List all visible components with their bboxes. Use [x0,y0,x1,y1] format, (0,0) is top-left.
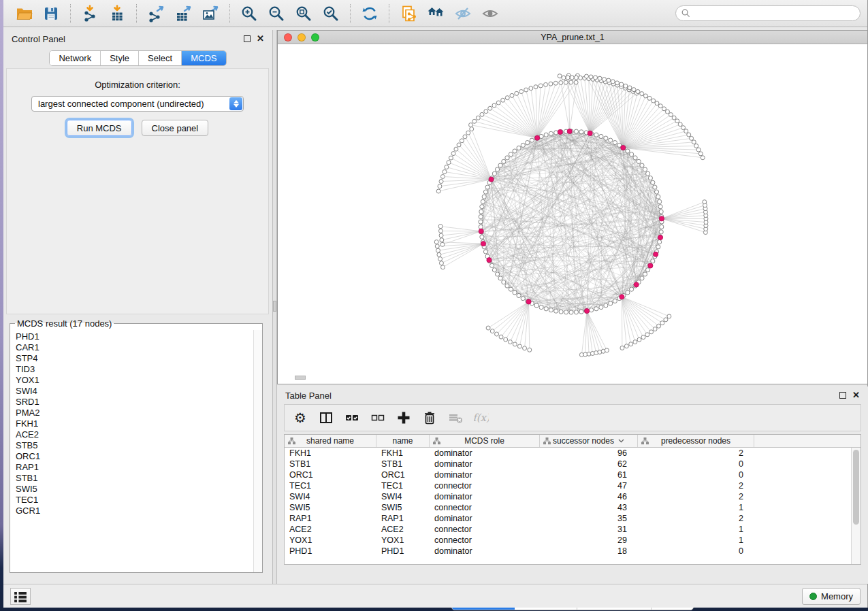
run-mcds-button[interactable]: Run MCDS [67,120,132,136]
zoom-selected-button[interactable] [317,2,344,25]
mcds-result-item[interactable]: PMA2 [16,408,253,418]
table-cell[interactable]: 0 [638,546,754,557]
import-network-button[interactable] [76,2,103,25]
table-cell[interactable]: connector [430,502,540,513]
table-cell[interactable]: 46 [540,491,638,502]
mcds-result-item[interactable]: SRD1 [16,397,253,408]
table-cell[interactable]: SWI5 [285,502,376,513]
table-cell[interactable]: ACE2 [285,524,376,535]
table-cell[interactable]: PHD1 [376,546,430,557]
tab-network[interactable]: Network [50,51,101,65]
table-cell[interactable]: 61 [540,469,638,480]
table-cell[interactable]: 2 [638,513,754,524]
column-header-shared-name[interactable]: shared name [285,435,376,447]
table-cell[interactable]: 43 [540,502,638,513]
zoom-out-button[interactable] [263,2,290,25]
clone-network-button[interactable] [395,2,422,25]
table-cell[interactable]: ORC1 [285,469,376,480]
mcds-result-item[interactable]: PHD1 [16,331,253,342]
network-canvas[interactable] [278,44,867,384]
mcds-result-item[interactable]: SWI4 [16,386,253,397]
open-file-button[interactable] [10,2,37,25]
table-cell[interactable]: 0 [638,469,754,480]
select-all-button[interactable] [340,407,364,429]
table-cell[interactable]: SWI4 [285,491,376,502]
table-cell[interactable]: FKH1 [285,448,376,459]
horizontal-splitter-handle[interactable] [295,376,306,380]
table-cell[interactable]: RAP1 [285,513,376,524]
table-scrollbar[interactable] [851,448,861,564]
vertical-splitter[interactable] [272,30,277,584]
deselect-all-button[interactable] [366,407,389,429]
table-cell[interactable]: 31 [540,524,638,535]
mcds-result-item[interactable]: FKH1 [16,418,253,429]
table-row[interactable]: SWI4SWI4dominator462 [285,491,851,502]
table-row[interactable]: YOX1YOX1connector291 [285,535,851,546]
mcds-result-item[interactable]: TEC1 [16,495,253,506]
table-scrollbar-thumb[interactable] [853,450,859,525]
mcds-result-item[interactable]: GCR1 [16,506,253,516]
table-settings-button[interactable]: ⚙ [289,407,312,429]
table-cell[interactable]: 2 [638,491,754,502]
table-cell[interactable]: YOX1 [376,535,430,546]
table-row[interactable]: RAP1RAP1dominator352 [285,513,851,524]
table-row[interactable]: FKH1FKH1dominator962 [285,448,851,459]
tab-style[interactable]: Style [101,51,139,65]
table-cell[interactable]: RAP1 [376,513,430,524]
column-header-name[interactable]: name [376,435,430,447]
close-panel-button[interactable]: Close panel [142,120,209,136]
mcds-result-item[interactable]: YOX1 [16,375,253,386]
delete-column-button[interactable] [418,407,441,429]
mcds-result-item[interactable]: ORC1 [16,451,253,462]
column-header-successor-nodes[interactable]: successor nodes [540,435,638,447]
mcds-result-item[interactable]: SWI5 [16,484,253,495]
table-row[interactable]: TEC1TEC1connector472 [285,480,851,491]
table-cell[interactable]: 96 [540,448,638,459]
table-cell[interactable]: 29 [540,535,638,546]
memory-button[interactable]: Memory [802,588,861,605]
column-header-MCDS-role[interactable]: MCDS role [430,435,540,447]
add-column-button[interactable] [392,407,415,429]
table-cell[interactable]: 1 [638,535,754,546]
table-cell[interactable]: dominator [430,459,540,469]
table-cell[interactable]: 1 [638,502,754,513]
table-cell[interactable]: connector [430,524,540,535]
search-input[interactable] [694,9,854,18]
network-titlebar[interactable]: YPA_prune.txt_1 [278,31,867,44]
table-cell[interactable]: TEC1 [376,480,430,491]
mcds-result-item[interactable]: RAP1 [16,462,253,473]
mcds-result-item[interactable]: ACE2 [16,429,253,440]
mcds-result-item[interactable]: STP4 [16,353,253,364]
table-cell[interactable]: PHD1 [285,546,376,557]
refresh-button[interactable] [356,2,383,25]
table-cell[interactable]: STB1 [376,459,430,469]
table-cell[interactable]: YOX1 [285,535,376,546]
table-panel-float-button[interactable] [839,392,846,399]
table-row[interactable]: STB1STB1dominator620 [285,459,851,469]
table-row[interactable]: PHD1PHD1dominator180 [285,546,851,557]
import-table-button[interactable] [103,2,131,25]
show-view-button[interactable] [477,2,504,25]
table-cell[interactable]: STB1 [285,459,376,469]
mcds-result-item[interactable]: STB1 [16,473,253,484]
table-panel-close-button[interactable]: ✕ [852,392,860,399]
zoom-fit-button[interactable] [290,2,317,25]
table-cell[interactable]: 35 [540,513,638,524]
search-field[interactable] [675,5,861,21]
table-cell[interactable]: SWI4 [376,491,430,502]
export-table-button[interactable] [170,2,197,25]
table-cell[interactable]: dominator [430,513,540,524]
table-cell[interactable]: FKH1 [376,448,430,459]
split-panel-button[interactable] [315,407,338,429]
tab-mcds[interactable]: MCDS [182,51,225,65]
table-cell[interactable]: TEC1 [285,480,376,491]
table-cell[interactable]: ORC1 [376,469,430,480]
table-cell[interactable]: connector [430,535,540,546]
table-cell[interactable]: 0 [638,459,754,469]
mcds-list-scrollbar[interactable] [253,330,262,572]
table-cell[interactable]: 18 [540,546,638,557]
zoom-in-button[interactable] [236,2,263,25]
table-cell[interactable]: 2 [638,448,754,459]
table-cell[interactable]: 62 [540,459,638,469]
table-cell[interactable]: dominator [430,469,540,480]
